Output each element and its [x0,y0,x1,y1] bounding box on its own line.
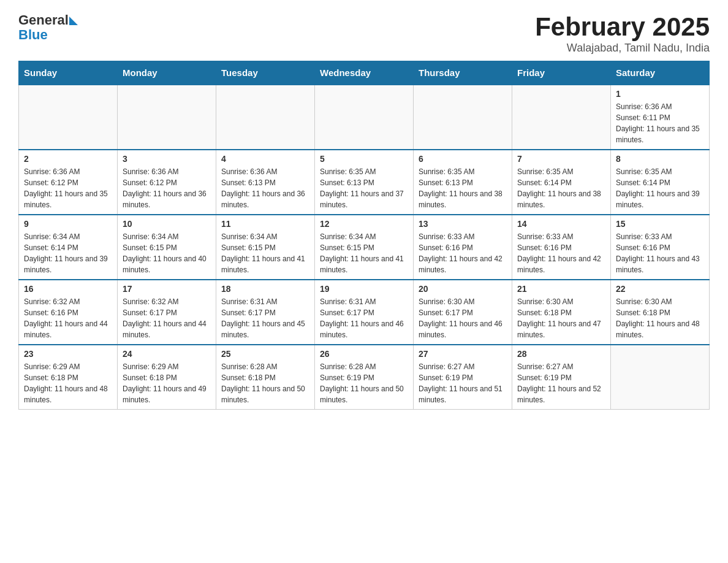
day-number: 6 [419,154,507,164]
calendar-cell: 2Sunrise: 6:36 AMSunset: 6:12 PMDaylight… [19,150,118,215]
calendar-cell: 22Sunrise: 6:30 AMSunset: 6:18 PMDayligh… [611,280,710,345]
day-info: Sunrise: 6:35 AMSunset: 6:13 PMDaylight:… [320,166,408,210]
calendar-cell: 6Sunrise: 6:35 AMSunset: 6:13 PMDaylight… [414,150,512,215]
day-info: Sunrise: 6:36 AMSunset: 6:12 PMDaylight:… [123,166,211,210]
calendar-week-row: 2Sunrise: 6:36 AMSunset: 6:12 PMDaylight… [19,150,710,215]
calendar-cell: 13Sunrise: 6:33 AMSunset: 6:16 PMDayligh… [414,215,512,280]
calendar-cell [414,85,512,150]
calendar-cell: 17Sunrise: 6:32 AMSunset: 6:17 PMDayligh… [118,280,216,345]
calendar-day-header-thursday: Thursday [414,61,512,85]
day-number: 12 [320,219,408,229]
calendar-cell [315,85,414,150]
day-number: 27 [419,349,507,359]
calendar-cell: 9Sunrise: 6:34 AMSunset: 6:14 PMDaylight… [19,215,118,280]
day-info: Sunrise: 6:29 AMSunset: 6:18 PMDaylight:… [123,361,211,405]
logo-blue-text: Blue [18,27,48,43]
calendar-day-header-tuesday: Tuesday [216,61,315,85]
day-info: Sunrise: 6:27 AMSunset: 6:19 PMDaylight:… [517,361,605,405]
day-number: 16 [24,284,112,294]
day-info: Sunrise: 6:30 AMSunset: 6:18 PMDaylight:… [517,296,605,340]
day-number: 3 [123,154,211,164]
day-number: 1 [616,89,704,99]
calendar-cell: 18Sunrise: 6:31 AMSunset: 6:17 PMDayligh… [216,280,315,345]
day-number: 15 [616,219,704,229]
calendar-cell [611,345,710,410]
day-number: 10 [123,219,211,229]
calendar-cell: 8Sunrise: 6:35 AMSunset: 6:14 PMDaylight… [611,150,710,215]
calendar-day-header-wednesday: Wednesday [315,61,414,85]
day-info: Sunrise: 6:29 AMSunset: 6:18 PMDaylight:… [24,361,112,405]
day-number: 2 [24,154,112,164]
calendar-cell: 1Sunrise: 6:36 AMSunset: 6:11 PMDaylight… [611,85,710,150]
calendar-day-header-sunday: Sunday [19,61,118,85]
calendar-week-row: 1Sunrise: 6:36 AMSunset: 6:11 PMDaylight… [19,85,710,150]
day-number: 22 [616,284,704,294]
calendar-cell [216,85,315,150]
calendar-cell [512,85,611,150]
day-number: 23 [24,349,112,359]
calendar-cell: 4Sunrise: 6:36 AMSunset: 6:13 PMDaylight… [216,150,315,215]
calendar-cell: 25Sunrise: 6:28 AMSunset: 6:18 PMDayligh… [216,345,315,410]
calendar-cell: 19Sunrise: 6:31 AMSunset: 6:17 PMDayligh… [315,280,414,345]
calendar-cell: 26Sunrise: 6:28 AMSunset: 6:19 PMDayligh… [315,345,414,410]
logo: General Blue [18,12,78,43]
calendar-cell [118,85,216,150]
calendar-cell: 15Sunrise: 6:33 AMSunset: 6:16 PMDayligh… [611,215,710,280]
day-number: 26 [320,349,408,359]
calendar-cell: 16Sunrise: 6:32 AMSunset: 6:16 PMDayligh… [19,280,118,345]
day-info: Sunrise: 6:33 AMSunset: 6:16 PMDaylight:… [419,231,507,275]
calendar-table: SundayMondayTuesdayWednesdayThursdayFrid… [18,61,710,410]
day-number: 8 [616,154,704,164]
day-info: Sunrise: 6:34 AMSunset: 6:14 PMDaylight:… [24,231,112,275]
page-header: General Blue February 2025 Walajabad, Ta… [18,12,710,55]
calendar-header-row: SundayMondayTuesdayWednesdayThursdayFrid… [19,61,710,85]
day-number: 25 [221,349,309,359]
calendar-cell: 7Sunrise: 6:35 AMSunset: 6:14 PMDaylight… [512,150,611,215]
logo-general-text: General [18,12,69,28]
calendar-cell: 11Sunrise: 6:34 AMSunset: 6:15 PMDayligh… [216,215,315,280]
day-info: Sunrise: 6:33 AMSunset: 6:16 PMDaylight:… [616,231,704,275]
day-number: 20 [419,284,507,294]
day-info: Sunrise: 6:34 AMSunset: 6:15 PMDaylight:… [123,231,211,275]
calendar-week-row: 23Sunrise: 6:29 AMSunset: 6:18 PMDayligh… [19,345,710,410]
day-number: 14 [517,219,605,229]
logo-triangle-icon [69,17,78,25]
day-number: 18 [221,284,309,294]
day-info: Sunrise: 6:31 AMSunset: 6:17 PMDaylight:… [320,296,408,340]
calendar-week-row: 9Sunrise: 6:34 AMSunset: 6:14 PMDaylight… [19,215,710,280]
day-info: Sunrise: 6:32 AMSunset: 6:16 PMDaylight:… [24,296,112,340]
day-info: Sunrise: 6:35 AMSunset: 6:14 PMDaylight:… [517,166,605,210]
calendar-cell [19,85,118,150]
day-info: Sunrise: 6:30 AMSunset: 6:17 PMDaylight:… [419,296,507,340]
day-info: Sunrise: 6:28 AMSunset: 6:18 PMDaylight:… [221,361,309,405]
day-number: 19 [320,284,408,294]
calendar-cell: 28Sunrise: 6:27 AMSunset: 6:19 PMDayligh… [512,345,611,410]
day-info: Sunrise: 6:35 AMSunset: 6:13 PMDaylight:… [419,166,507,210]
day-number: 9 [24,219,112,229]
day-number: 13 [419,219,507,229]
calendar-cell: 24Sunrise: 6:29 AMSunset: 6:18 PMDayligh… [118,345,216,410]
calendar-cell: 5Sunrise: 6:35 AMSunset: 6:13 PMDaylight… [315,150,414,215]
calendar-cell: 12Sunrise: 6:34 AMSunset: 6:15 PMDayligh… [315,215,414,280]
day-info: Sunrise: 6:28 AMSunset: 6:19 PMDaylight:… [320,361,408,405]
calendar-day-header-monday: Monday [118,61,216,85]
day-info: Sunrise: 6:36 AMSunset: 6:11 PMDaylight:… [616,101,704,145]
day-number: 24 [123,349,211,359]
day-info: Sunrise: 6:33 AMSunset: 6:16 PMDaylight:… [517,231,605,275]
calendar-day-header-friday: Friday [512,61,611,85]
calendar-cell: 23Sunrise: 6:29 AMSunset: 6:18 PMDayligh… [19,345,118,410]
calendar-week-row: 16Sunrise: 6:32 AMSunset: 6:16 PMDayligh… [19,280,710,345]
calendar-cell: 3Sunrise: 6:36 AMSunset: 6:12 PMDaylight… [118,150,216,215]
day-info: Sunrise: 6:32 AMSunset: 6:17 PMDaylight:… [123,296,211,340]
day-info: Sunrise: 6:34 AMSunset: 6:15 PMDaylight:… [320,231,408,275]
location-text: Walajabad, Tamil Nadu, India [535,42,710,55]
title-block: February 2025 Walajabad, Tamil Nadu, Ind… [535,12,710,55]
day-number: 7 [517,154,605,164]
day-info: Sunrise: 6:31 AMSunset: 6:17 PMDaylight:… [221,296,309,340]
day-info: Sunrise: 6:34 AMSunset: 6:15 PMDaylight:… [221,231,309,275]
day-number: 28 [517,349,605,359]
calendar-cell: 10Sunrise: 6:34 AMSunset: 6:15 PMDayligh… [118,215,216,280]
day-info: Sunrise: 6:35 AMSunset: 6:14 PMDaylight:… [616,166,704,210]
calendar-cell: 14Sunrise: 6:33 AMSunset: 6:16 PMDayligh… [512,215,611,280]
month-title: February 2025 [535,12,710,42]
